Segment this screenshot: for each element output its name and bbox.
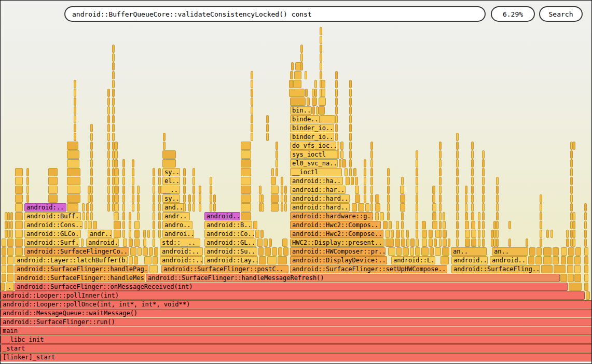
flame-frame[interactable]	[337, 150, 339, 159]
flame-frame[interactable]	[88, 221, 92, 229]
flame-frame[interactable]: android::hard..	[290, 203, 350, 212]
flame-frame[interactable]	[264, 239, 268, 247]
flame-frame[interactable]	[370, 177, 373, 185]
flame-frame[interactable]	[575, 247, 581, 256]
flame-frame[interactable]	[293, 80, 301, 88]
flame-frame[interactable]	[276, 168, 278, 176]
flame-frame[interactable]	[265, 247, 271, 256]
flame-frame[interactable]	[158, 194, 161, 203]
flame-frame[interactable]	[132, 186, 134, 194]
flame-frame[interactable]	[351, 177, 354, 185]
flame-frame[interactable]	[130, 247, 136, 256]
flame-frame[interactable]	[312, 106, 315, 115]
flame-frame[interactable]	[153, 256, 158, 264]
flame-frame[interactable]	[320, 53, 322, 62]
flame-frame[interactable]	[337, 142, 339, 150]
flame-frame[interactable]	[86, 203, 89, 212]
flame-frame[interactable]	[573, 142, 575, 150]
flame-frame[interactable]	[15, 221, 23, 229]
flame-frame[interactable]	[471, 186, 474, 194]
flame-frame[interactable]	[319, 97, 326, 106]
flame-frame[interactable]: android::Hwc2::Compose..	[290, 230, 383, 238]
flame-frame[interactable]	[335, 80, 338, 88]
flame-frame[interactable]	[456, 230, 459, 238]
flame-frame[interactable]	[584, 274, 588, 282]
flame-frame[interactable]: binder_io..	[290, 124, 334, 132]
flame-frame[interactable]	[107, 142, 110, 150]
flame-frame[interactable]	[429, 239, 433, 247]
flame-frame[interactable]	[456, 177, 459, 185]
flame-frame[interactable]	[540, 239, 542, 247]
flame-frame[interactable]	[406, 239, 409, 247]
flame-frame[interactable]	[48, 177, 58, 185]
flame-frame[interactable]: sy..	[162, 194, 180, 203]
flame-frame[interactable]	[573, 239, 575, 247]
flame-frame[interactable]	[349, 80, 352, 88]
flame-frame[interactable]	[112, 45, 115, 53]
flame-frame[interactable]	[439, 150, 442, 159]
flame-frame[interactable]	[281, 186, 283, 194]
flame-frame[interactable]	[107, 159, 110, 167]
flame-frame[interactable]	[416, 203, 418, 212]
flame-frame[interactable]	[335, 97, 338, 106]
flame-frame[interactable]	[395, 239, 400, 247]
flame-frame[interactable]	[7, 265, 13, 273]
flame-frame[interactable]	[543, 247, 552, 256]
flame-frame[interactable]	[496, 239, 499, 247]
flame-frame[interactable]: android::ha..	[290, 177, 343, 185]
flame-frame[interactable]	[115, 194, 119, 203]
flame-frame[interactable]: android::..	[160, 256, 203, 264]
flame-frame[interactable]	[482, 194, 485, 203]
flame-frame[interactable]: android..	[451, 256, 488, 264]
flame-frame[interactable]	[307, 97, 310, 106]
flame-frame[interactable]	[7, 256, 13, 264]
flame-frame[interactable]	[364, 159, 366, 167]
flame-frame[interactable]: __ioctl	[290, 168, 342, 176]
flame-frame[interactable]: androi..	[162, 230, 194, 238]
flame-frame[interactable]	[281, 177, 283, 185]
flame-frame[interactable]: el0_svc_na..	[290, 159, 338, 167]
flame-frame[interactable]	[2, 239, 6, 247]
flame-frame[interactable]	[241, 159, 251, 167]
flame-frame[interactable]	[465, 186, 467, 194]
flame-frame[interactable]	[526, 239, 528, 247]
flame-frame[interactable]	[15, 186, 23, 194]
flame-frame[interactable]	[251, 89, 253, 97]
flame-frame[interactable]	[251, 133, 253, 141]
flame-frame[interactable]	[456, 150, 459, 159]
flame-frame[interactable]: andr..	[162, 212, 190, 220]
flame-frame[interactable]	[7, 274, 13, 282]
flame-frame[interactable]	[574, 274, 581, 282]
flame-frame[interactable]	[560, 274, 567, 282]
flame-frame[interactable]	[107, 133, 110, 141]
flame-frame[interactable]	[276, 150, 278, 159]
flame-frame[interactable]	[158, 203, 161, 212]
flame-frame[interactable]: android::MessageQueue::waitMessage()	[1, 309, 592, 317]
flame-frame[interactable]	[67, 203, 78, 212]
flame-frame[interactable]	[153, 230, 155, 238]
flame-frame[interactable]	[115, 186, 119, 194]
flame-frame[interactable]	[387, 186, 390, 194]
flame-frame[interactable]: android::Co..	[204, 230, 254, 238]
flame-frame[interactable]	[7, 239, 13, 247]
flame-frame[interactable]	[10, 230, 13, 238]
flame-frame[interactable]	[319, 106, 325, 115]
flame-frame[interactable]	[67, 194, 80, 203]
flame-frame[interactable]	[554, 265, 566, 273]
flame-frame[interactable]	[129, 212, 131, 220]
flame-frame[interactable]	[561, 247, 567, 256]
flame-frame[interactable]	[129, 239, 133, 247]
flame-frame[interactable]	[15, 247, 23, 256]
flame-frame[interactable]	[432, 221, 437, 229]
flame-frame[interactable]	[396, 230, 400, 238]
flame-frame[interactable]	[241, 212, 251, 220]
flame-frame[interactable]	[122, 194, 125, 203]
flame-frame[interactable]: android::B..	[204, 221, 252, 229]
flame-frame[interactable]: android::HWComposer::pr..	[290, 247, 386, 256]
flame-frame[interactable]: main	[1, 327, 592, 335]
flame-frame[interactable]	[7, 212, 10, 220]
flame-frame[interactable]	[403, 247, 409, 256]
flame-frame[interactable]	[349, 133, 352, 141]
flame-frame[interactable]	[570, 159, 573, 167]
flame-frame[interactable]	[496, 186, 499, 194]
